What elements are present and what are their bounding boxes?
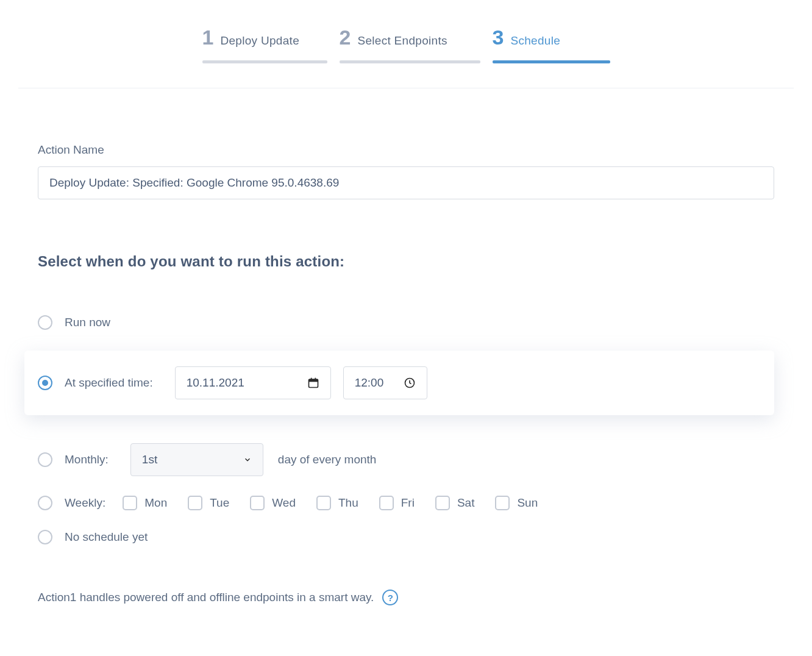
option-weekly[interactable]: Weekly: Mon Tue Wed Thu Fri Sat Sun: [38, 486, 774, 520]
monthly-suffix: day of every month: [278, 453, 377, 466]
schedule-heading: Select when do you want to run this acti…: [38, 253, 774, 270]
step-select-endpoints[interactable]: 2 Select Endpoints: [340, 26, 480, 63]
radio-weekly[interactable]: [38, 496, 52, 510]
step-label: Deploy Update: [220, 34, 299, 48]
option-label: At specified time:: [65, 376, 153, 390]
checkbox-sat[interactable]: [435, 496, 450, 510]
step-progress-bar: [493, 60, 610, 63]
date-value: 10.11.2021: [187, 376, 244, 390]
option-run-now[interactable]: Run now: [38, 305, 774, 340]
weekday-label: Fri: [401, 496, 415, 510]
help-symbol: ?: [388, 593, 393, 603]
step-schedule[interactable]: 3 Schedule: [493, 26, 610, 63]
weekday-label: Wed: [272, 496, 296, 510]
step-label: Schedule: [510, 34, 560, 48]
option-at-specified-time[interactable]: At specified time: 10.11.2021 12:00: [24, 351, 774, 415]
footer-text: Action1 handles powered off and offline …: [38, 591, 374, 604]
select-value: 1st: [142, 453, 157, 466]
clock-icon: [404, 377, 416, 389]
checkbox-mon[interactable]: [123, 496, 137, 510]
checkbox-sun[interactable]: [495, 496, 510, 510]
step-progress-bar: [202, 60, 327, 63]
calendar-icon: [307, 377, 319, 389]
monthly-day-select[interactable]: 1st: [130, 443, 263, 476]
option-monthly[interactable]: Monthly: 1st day of every month: [38, 433, 774, 486]
schedule-form: Action Name Select when do you want to r…: [0, 88, 812, 605]
action-name-input[interactable]: [38, 166, 774, 199]
step-label: Select Endpoints: [357, 34, 447, 48]
option-no-schedule[interactable]: No schedule yet: [38, 520, 774, 554]
date-picker[interactable]: 10.11.2021: [175, 366, 331, 399]
time-picker[interactable]: 12:00: [343, 366, 427, 399]
step-deploy-update[interactable]: 1 Deploy Update: [202, 26, 327, 63]
wizard-stepper: 1 Deploy Update 2 Select Endpoints 3 Sch…: [0, 0, 812, 88]
step-number: 1: [202, 26, 213, 49]
weekday-checkboxes: Mon Tue Wed Thu Fri Sat Sun: [123, 496, 551, 510]
weekday-label: Mon: [144, 496, 167, 510]
step-number: 2: [340, 26, 351, 49]
weekday-label: Thu: [338, 496, 358, 510]
action-name-label: Action Name: [38, 143, 774, 157]
option-label: No schedule yet: [65, 530, 148, 544]
help-icon[interactable]: ?: [382, 590, 398, 605]
radio-run-now[interactable]: [38, 315, 52, 330]
checkbox-wed[interactable]: [250, 496, 265, 510]
option-label: Monthly:: [65, 453, 109, 466]
svg-rect-1: [308, 379, 318, 382]
step-number: 3: [493, 26, 504, 49]
chevron-down-icon: [243, 455, 252, 464]
weekday-label: Sat: [457, 496, 475, 510]
option-label: Weekly:: [65, 496, 105, 510]
radio-monthly[interactable]: [38, 452, 52, 467]
option-label: Run now: [65, 316, 110, 329]
weekday-label: Tue: [210, 496, 229, 510]
checkbox-fri[interactable]: [379, 496, 394, 510]
checkbox-tue[interactable]: [188, 496, 202, 510]
footer-info: Action1 handles powered off and offline …: [38, 590, 774, 605]
step-progress-bar: [340, 60, 480, 63]
time-value: 12:00: [355, 376, 384, 390]
radio-no-schedule[interactable]: [38, 530, 52, 544]
checkbox-thu[interactable]: [316, 496, 331, 510]
weekday-label: Sun: [517, 496, 538, 510]
radio-at-specified-time[interactable]: [38, 376, 52, 390]
